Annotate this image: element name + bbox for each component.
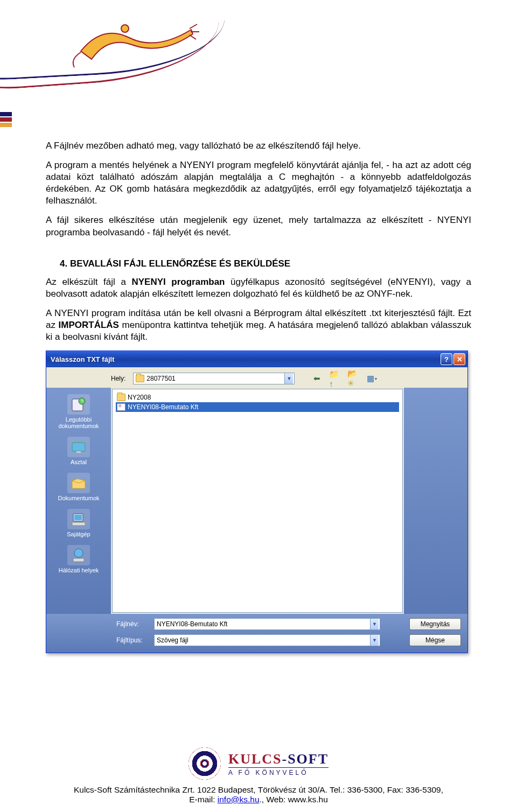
folder-icon <box>117 394 125 401</box>
para-4a: Az elkészült fájl a NYENYI programban üg… <box>46 276 471 300</box>
footer-logo: KULCS-SOFT A FŐ KÖNYVELŐ <box>0 747 517 780</box>
up-one-level-icon[interactable]: 📁↑ <box>329 373 341 384</box>
svg-rect-9 <box>73 558 84 562</box>
para-3: A fájl sikeres elkészítése után megjelen… <box>46 214 471 238</box>
titlebar[interactable]: Válasszon TXT fájlt ? ✕ <box>46 351 467 367</box>
section-4-title: 4. BEVALLÁSI FÁJL ELLENŐRZÉSE ÉS BEKÜLDÉ… <box>60 258 471 270</box>
svg-rect-7 <box>72 522 85 526</box>
page-footer: KULCS-SOFT A FŐ KÖNYVELŐ Kulcs-Soft Szám… <box>0 747 517 804</box>
list-item[interactable]: NY2008 <box>116 393 399 402</box>
filename-input[interactable]: NYENYI08-Bemutato Kft ▼ <box>154 618 380 630</box>
svg-point-8 <box>74 549 83 557</box>
right-gutter <box>404 388 467 614</box>
filename-label: Fájlnév: <box>116 620 149 628</box>
place-documents[interactable]: Dokumentumok <box>48 473 109 501</box>
svg-rect-4 <box>76 451 81 453</box>
footer-line-2: E-mail: info@ks.hu., Web: www.ks.hu <box>0 795 517 804</box>
views-icon[interactable]: ▦▾ <box>366 373 378 384</box>
open-button[interactable]: Megnyitás <box>409 618 461 630</box>
svg-rect-3 <box>72 443 85 451</box>
desktop-icon <box>67 437 90 457</box>
para-2: A program a mentés helyének a NYENYI pro… <box>46 159 471 207</box>
header-art <box>0 0 517 113</box>
place-recent[interactable]: Legutóbbi dokumentumok <box>48 394 109 429</box>
svg-rect-6 <box>74 515 82 520</box>
list-item[interactable]: NYENYI08-Bemutato Kft <box>116 402 399 412</box>
para-4b: A NYENYI program indítása után be kell o… <box>46 307 471 343</box>
bullseye-icon <box>188 747 221 780</box>
documents-icon <box>67 473 90 493</box>
dialog-title: Válasszon TXT fájlt <box>51 355 439 363</box>
back-icon[interactable]: ⬅ <box>311 373 323 384</box>
margin-stripes <box>0 112 12 134</box>
chevron-down-icon[interactable]: ▼ <box>370 619 379 629</box>
footer-line-1: Kulcs-Soft Számítástechnika Zrt. 1022 Bu… <box>0 785 517 795</box>
hely-label: Hely: <box>111 375 125 382</box>
network-places-icon <box>67 545 90 565</box>
file-list[interactable]: NY2008 NYENYI08-Bemutato Kft <box>112 389 403 613</box>
places-bar: Legutóbbi dokumentumok Asztal Dokumentum… <box>46 388 111 614</box>
email-link[interactable]: info@ks.hu <box>218 795 260 804</box>
para-1: A Fájlnév mezőben adható meg, vagy talló… <box>46 140 471 152</box>
my-computer-icon <box>67 509 90 529</box>
chevron-down-icon[interactable]: ▼ <box>370 635 379 646</box>
new-folder-icon[interactable]: 📂✳ <box>347 373 359 384</box>
folder-icon <box>136 375 144 382</box>
svg-point-0 <box>121 25 129 32</box>
place-mycomputer[interactable]: Sajátgép <box>48 509 109 537</box>
location-toolbar: Hely: 28077501 ▼ ⬅ 📁↑ 📂✳ ▦▾ <box>46 367 467 388</box>
web-text: www.ks.hu <box>288 795 328 804</box>
close-button[interactable]: ✕ <box>453 353 465 365</box>
cancel-button[interactable]: Mégse <box>409 634 461 646</box>
location-combo[interactable]: 28077501 ▼ <box>133 373 295 384</box>
location-value: 28077501 <box>146 375 175 382</box>
place-network[interactable]: Hálózati helyek <box>48 545 109 573</box>
figure-icon <box>70 13 199 78</box>
filetype-combo[interactable]: Szöveg fájl ▼ <box>154 634 380 646</box>
filetype-label: Fájltípus: <box>116 636 149 644</box>
text-file-icon <box>117 403 125 411</box>
recent-documents-icon <box>67 394 90 415</box>
place-desktop[interactable]: Asztal <box>48 437 109 465</box>
file-dialog: Válasszon TXT fájlt ? ✕ Hely: 28077501 ▼… <box>46 351 468 653</box>
chevron-down-icon[interactable]: ▼ <box>284 373 293 384</box>
dialog-footer: Fájlnév: NYENYI08-Bemutato Kft ▼ Megnyit… <box>46 614 467 653</box>
help-button[interactable]: ? <box>441 353 452 365</box>
document-content: A Fájlnév mezőben adható meg, vagy talló… <box>0 113 517 343</box>
